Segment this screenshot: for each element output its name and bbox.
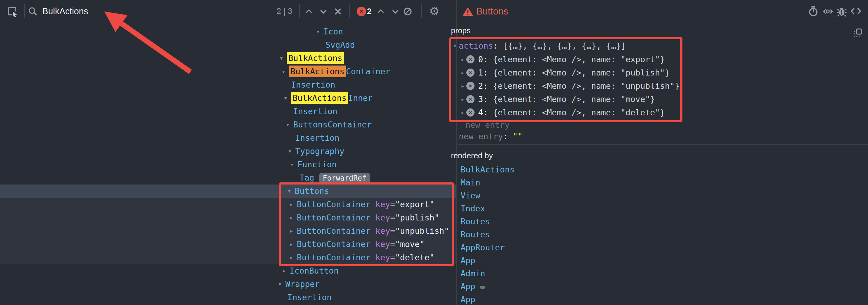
tree-label-part: Icon <box>323 27 343 36</box>
rendered-by-item[interactable]: View <box>461 189 480 202</box>
rendered-by-item[interactable]: Main <box>461 176 480 189</box>
rendered-by-item[interactable]: Admin <box>461 267 485 280</box>
prop-item-content: ×2: {element: <Memo />, name: "unpublish… <box>466 79 680 93</box>
expand-arrow-icon[interactable]: ▸ <box>459 106 467 119</box>
rendered-by-item[interactable]: App <box>461 254 475 267</box>
tree-row[interactable]: ▸IconButton <box>0 264 456 277</box>
rendered-by-item[interactable]: BulkActions <box>461 163 515 176</box>
tree-row[interactable]: ▸ButtonContainer key="export" <box>0 198 456 211</box>
tree-row[interactable]: ▾Function <box>0 158 456 171</box>
delete-entry-icon[interactable]: × <box>466 82 474 90</box>
gear-icon[interactable]: ⚙ <box>429 0 439 23</box>
tree-row[interactable]: ▾Icon <box>0 25 456 38</box>
tree-label-part: "unpublish" <box>395 226 449 236</box>
collapse-arrow-icon[interactable]: ▾ <box>276 277 284 291</box>
new-entry-colon: : <box>503 132 513 141</box>
tree-row[interactable]: TagForwardRef <box>0 171 456 184</box>
expand-arrow-icon[interactable]: ▸ <box>459 66 467 79</box>
delete-entry-icon[interactable]: × <box>466 95 474 103</box>
tree-row-label: BulkActionsInner <box>291 92 373 105</box>
next-error-button[interactable] <box>391 8 400 16</box>
expand-arrow-icon[interactable]: ▸ <box>459 93 467 106</box>
tree-row-label: Icon <box>323 25 343 38</box>
collapse-arrow-icon[interactable]: ▾ <box>288 158 296 171</box>
clear-search-button[interactable] <box>334 7 342 17</box>
tree-label-part: Insertion <box>291 80 335 90</box>
tree-label-part: ButtonContainer <box>297 226 371 236</box>
expand-arrow-icon[interactable]: ▸ <box>287 238 296 251</box>
rendered-by-item[interactable]: AppRouter <box>461 241 505 254</box>
tree-row[interactable]: ▾Wrapper <box>0 277 456 291</box>
rendered-by-item[interactable]: Routes <box>461 228 490 241</box>
collapse-arrow-icon[interactable]: ▾ <box>314 25 322 38</box>
collapse-arrow-icon[interactable]: ▾ <box>281 92 290 105</box>
tree-row[interactable]: ▾Typography <box>0 145 456 158</box>
rendered-by-item[interactable]: Index <box>461 202 485 215</box>
tree-label-part: Tag <box>300 173 314 182</box>
prop-item-content: ×1: {element: <Memo />, name: "publish"} <box>466 66 670 79</box>
prop-actions-content: actions: [{…}, {…}, {…}, {…}, {…}] <box>459 39 626 53</box>
tree-label-part: key <box>375 253 390 262</box>
tree-row[interactable]: ▸ButtonContainer key="unpublish" <box>0 224 456 238</box>
tree-row-label: ButtonsContainer <box>293 118 372 131</box>
eye-icon[interactable] <box>822 7 834 17</box>
delete-entry-icon[interactable]: × <box>466 108 474 116</box>
collapse-arrow-icon[interactable]: ▾ <box>277 52 286 65</box>
tree-label-part: = <box>390 200 395 209</box>
tree-row[interactable]: ▾BulkActions <box>0 52 456 65</box>
tree-row-label: ButtonContainer key="export" <box>297 198 434 211</box>
tree-row[interactable]: Insertion <box>0 105 456 118</box>
tree-label-part: Container <box>346 67 390 76</box>
stopwatch-icon[interactable] <box>808 6 818 18</box>
tree-label-part: = <box>390 253 395 262</box>
expand-arrow-icon[interactable]: ▸ <box>287 251 296 264</box>
tree-row[interactable]: ▸ButtonContainer key="publish" <box>0 211 456 224</box>
array-index: 1: <box>478 68 493 77</box>
prop-item-content: ×3: {element: <Memo />, name: "move"} <box>466 93 655 106</box>
expand-arrow-icon[interactable]: ▸ <box>459 79 467 93</box>
collapse-arrow-icon[interactable]: ▾ <box>286 145 294 158</box>
collapse-arrow-icon[interactable]: ▾ <box>285 184 293 198</box>
new-entry-value[interactable]: "" <box>513 132 523 141</box>
expand-arrow-icon[interactable]: ▸ <box>287 198 296 211</box>
next-result-button[interactable] <box>319 8 328 16</box>
expand-arrow-icon[interactable]: ▸ <box>287 224 296 238</box>
expand-arrow-icon[interactable]: ▸ <box>459 53 467 66</box>
tree-label-part: ButtonContainer <box>297 253 371 262</box>
array-value: {element: <Memo />, name: "move"} <box>493 95 655 104</box>
tree-row[interactable]: ▾ButtonsContainer <box>0 118 456 131</box>
view-source-icon[interactable] <box>850 7 861 16</box>
collapse-arrow-icon[interactable]: ▾ <box>451 39 459 53</box>
collapse-arrow-icon[interactable]: ▾ <box>279 65 288 78</box>
rendered-by-item[interactable]: App <box>461 280 485 293</box>
delete-entry-icon[interactable]: × <box>466 69 474 77</box>
clear-errors-icon[interactable] <box>403 7 412 17</box>
expand-arrow-icon[interactable]: ▸ <box>280 264 288 277</box>
tree-label-part: Buttons <box>295 186 329 196</box>
tree-row[interactable]: ▾BulkActionsInner <box>0 92 456 105</box>
prop-item-content: ×0: {element: <Memo />, name: "export"} <box>466 53 665 66</box>
tree-row[interactable]: ▾Buttons <box>0 184 456 198</box>
tree-row[interactable]: SvgAdd <box>0 38 456 52</box>
bug-icon[interactable] <box>837 6 847 18</box>
copy-props-icon[interactable] <box>854 28 863 39</box>
tree-row[interactable]: Insertion <box>0 291 456 304</box>
search-input[interactable]: BulkActions <box>42 0 88 23</box>
delete-entry-icon[interactable]: × <box>466 55 474 63</box>
collapse-arrow-icon[interactable]: ▾ <box>283 118 292 131</box>
rendered-by-item[interactable]: Routes <box>461 215 490 228</box>
tree-row[interactable]: ▸ButtonContainer key="move" <box>0 238 456 251</box>
array-index: 0: <box>478 55 493 64</box>
tree-label-part: ButtonContainer <box>297 239 371 249</box>
rendered-by-item[interactable]: App <box>461 293 475 305</box>
previous-result-button[interactable] <box>305 8 313 16</box>
expand-arrow-icon[interactable]: ▸ <box>287 211 296 224</box>
tree-row[interactable]: ▸ButtonContainer key="delete" <box>0 251 456 264</box>
new-entry-label: new entry <box>459 132 503 141</box>
tree-row[interactable]: ▾BulkActionsContainer <box>0 65 456 78</box>
previous-error-button[interactable] <box>377 8 385 16</box>
tree-row[interactable]: Insertion <box>0 131 456 145</box>
inspect-element-icon[interactable] <box>7 6 18 19</box>
prop-preview: : [{…}, {…}, {…}, {…}, {…}] <box>493 41 626 50</box>
tree-row[interactable]: Insertion <box>0 78 456 92</box>
